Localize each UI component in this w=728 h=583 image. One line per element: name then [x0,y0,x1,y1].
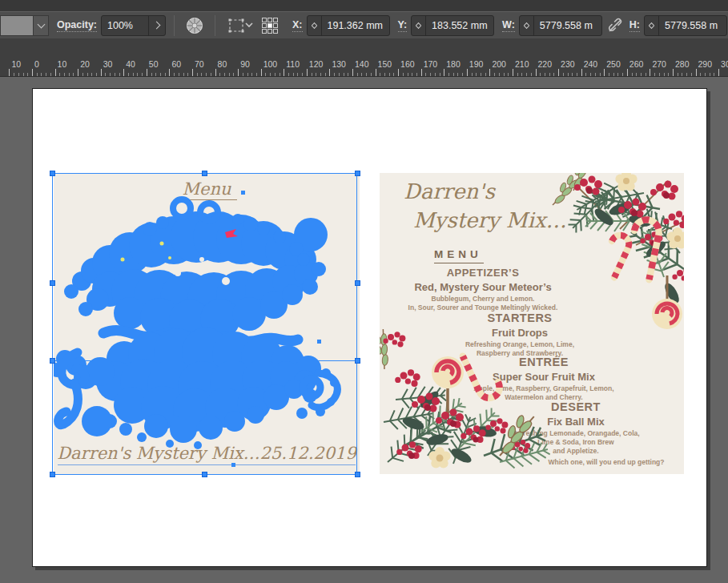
ruler-tick-label: 230 [561,59,575,69]
selection-handle-bottom-right[interactable] [355,472,360,477]
reference-point-locator[interactable] [262,18,278,34]
illustrator-window: Opacity: 100% [0,0,728,583]
w-stepper[interactable] [520,16,534,35]
ruler-minor-tick [430,73,431,76]
h-value[interactable]: 5779.558 m [659,16,726,35]
section-desc-line: Refreshing Lemonade, Orangade, Cola, [484,429,668,438]
opacity-field[interactable]: 100% [101,15,166,36]
ruler-minor-tick [366,73,367,76]
w-field[interactable]: 5779.558 m [519,15,602,36]
w-label[interactable]: W: [502,19,515,32]
right-menu-artwork[interactable]: Darren's Mystery Mix… MENU APPETIZER’S R… [380,173,684,474]
ruler-minor-tick [18,73,19,76]
menu-section-entree: ENTRÉE Super Sour Fruit Mix Apple, Lime,… [452,356,636,402]
ruler-tick-label: 260 [629,59,644,69]
x-label[interactable]: X: [292,19,303,32]
ruler-minor-tick [472,73,473,76]
y-value[interactable]: 183.552 mm [426,16,493,35]
anchor-point[interactable] [317,340,321,344]
selection-bounding-box[interactable] [52,173,357,475]
ruler-minor-tick [206,73,207,76]
ruler-minor-tick [393,73,394,76]
ruler-minor-tick [334,73,335,76]
ruler-minor-tick [572,73,573,76]
ruler-minor-tick [344,73,344,76]
y-label[interactable]: Y: [398,19,408,32]
selection-handle-inner-left[interactable] [50,358,55,364]
ruler-minor-tick [691,73,692,76]
ruler-major-tick [215,69,216,76]
ruler-minor-tick [668,73,669,76]
ruler-minor-tick [622,73,623,76]
ruler-major-tick [169,69,170,76]
ruler-minor-tick [389,73,390,76]
section-item: Fix Ball Mix [484,416,668,428]
ruler-minor-tick [128,73,129,76]
x-value[interactable]: 191.362 mm [322,16,389,35]
ruler-minor-tick [494,73,495,76]
chevron-down-icon[interactable] [34,15,49,36]
ruler-minor-tick [256,73,257,76]
ruler-minor-tick [183,73,184,76]
artboard[interactable]: Menu [32,88,707,567]
selection-handle-bottom-center[interactable] [202,472,207,477]
ruler-tick-label: 170 [424,59,438,69]
ruler-minor-tick [197,73,198,76]
ruler-major-tick [558,69,559,76]
w-value[interactable]: 5779.558 m [534,16,601,35]
control-bar: Opacity: 100% [0,11,728,38]
x-field[interactable]: 191.362 mm [307,15,390,36]
opacity-label[interactable]: Opacity: [57,19,97,32]
ruler-minor-tick [187,73,188,76]
ruler-minor-tick [348,73,348,76]
ruler-minor-tick [595,73,596,76]
selection-handle-top-right[interactable] [355,171,360,176]
ruler-minor-tick [224,73,225,76]
style-swatch-dropdown[interactable] [0,15,49,36]
ruler-minor-tick [275,73,276,76]
ruler-minor-tick [403,73,404,76]
ruler-minor-tick [361,73,362,76]
selection-handle-inner-right[interactable] [355,358,360,364]
ruler-major-tick [261,69,262,76]
recolor-artwork-icon[interactable] [186,17,203,34]
horizontal-ruler[interactable]: 1001020304050607080901001101201301401501… [0,38,728,77]
anchor-point[interactable] [231,463,235,467]
ruler-major-tick [192,69,193,76]
canvas-pasteboard[interactable]: Menu [0,77,728,583]
anchor-point[interactable] [241,191,245,195]
ruler-minor-tick [462,73,463,76]
opacity-value[interactable]: 100% [102,16,148,35]
ruler-minor-tick [609,73,609,76]
ruler-minor-tick [325,73,326,76]
h-label[interactable]: H: [629,19,640,32]
ruler-minor-tick [371,73,372,76]
ruler-minor-tick [499,73,500,76]
ruler-tick-label: 250 [606,59,621,69]
ruler-tick-label: 190 [469,59,484,69]
y-field[interactable]: 183.552 mm [411,15,494,36]
selection-handle-middle-right[interactable] [355,280,360,286]
transform-options-icon[interactable] [227,17,254,34]
opacity-options-button[interactable] [148,16,165,35]
ruler-minor-tick [577,73,577,76]
h-stepper[interactable] [645,16,659,35]
constrain-proportions-broken-link-icon[interactable] [607,18,623,34]
selection-handle-top-center[interactable] [202,171,207,176]
ruler-minor-tick [233,73,234,76]
section-desc-line: Lime & Soda, Iron Brew [484,438,668,447]
selection-handle-middle-left[interactable] [50,280,55,286]
h-field[interactable]: 5779.558 m [644,15,727,36]
selection-handle-top-left[interactable] [50,171,55,176]
ruler-minor-tick [211,73,211,76]
ruler-tick-label: 100 [263,59,278,69]
ruler-minor-tick [50,73,51,76]
ruler-minor-tick [682,73,682,76]
ruler-minor-tick [517,73,518,76]
selection-handle-bottom-left[interactable] [50,472,55,477]
ruler-minor-tick [312,73,312,76]
x-stepper[interactable] [308,16,322,35]
ruler-major-tick [376,69,376,76]
ruler-minor-tick [151,73,152,76]
y-stepper[interactable] [412,16,426,35]
